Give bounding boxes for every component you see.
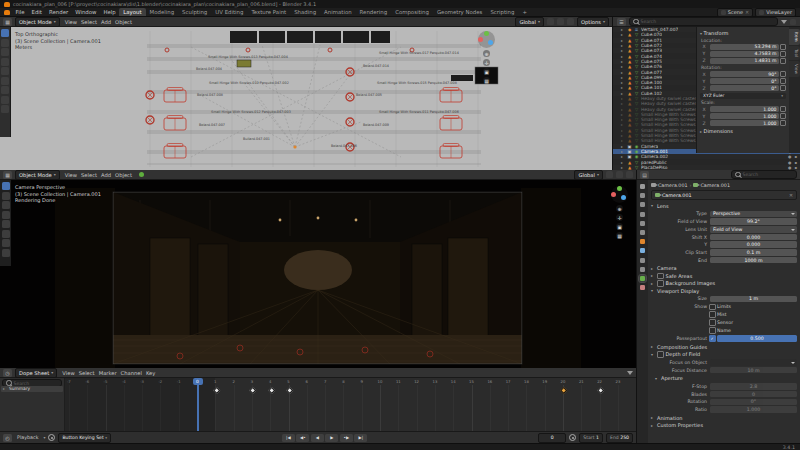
menu-key[interactable]: Key: [144, 370, 157, 376]
add-workspace-button[interactable]: +: [518, 8, 531, 16]
lens-type-dropdown[interactable]: Perspective: [710, 211, 797, 218]
n-panel-tab-item[interactable]: Item: [789, 29, 800, 45]
background-images-checkbox[interactable]: [657, 280, 664, 287]
current-frame-field[interactable]: 0: [538, 433, 566, 443]
overlays-icon[interactable]: [567, 18, 574, 25]
tool-button-0[interactable]: [1, 29, 9, 37]
lock-icon[interactable]: [780, 113, 786, 119]
blades-field[interactable]: 0: [710, 391, 797, 398]
workspace-tab-shading[interactable]: Shading: [290, 8, 320, 16]
rotation-z[interactable]: Z0°: [700, 85, 786, 91]
tool-button-8[interactable]: [1, 105, 9, 113]
lock-icon[interactable]: [780, 85, 786, 91]
axis-y-icon[interactable]: [617, 186, 622, 191]
lock-icon[interactable]: [780, 51, 786, 57]
axis-z-icon[interactable]: [488, 40, 493, 45]
menu-marker[interactable]: Marker: [97, 370, 119, 376]
menu-render[interactable]: Render: [45, 9, 71, 15]
viewport-display-panel-header[interactable]: ▾Viewport Display: [651, 287, 797, 295]
tool-button-1[interactable]: [1, 39, 9, 47]
menu-add[interactable]: Add: [99, 19, 113, 25]
tool-button-0[interactable]: [2, 182, 10, 190]
jump-start-button[interactable]: |◀: [282, 434, 295, 442]
axis-x-icon[interactable]: [478, 37, 483, 42]
tool-button-2[interactable]: [2, 201, 10, 209]
dof-panel-header[interactable]: ▾ Depth of Field: [651, 351, 797, 359]
rotation-field[interactable]: 0°: [710, 399, 797, 406]
name-checkbox[interactable]: [709, 327, 716, 334]
tool-button-5[interactable]: [2, 230, 10, 238]
axis-x-icon[interactable]: [611, 192, 616, 197]
clip-start-field[interactable]: 0.1 m: [710, 249, 797, 256]
lock-icon[interactable]: [780, 58, 786, 64]
focus-object-field[interactable]: [710, 359, 797, 366]
camera-panel-header[interactable]: ▸Camera: [651, 265, 797, 273]
auto-keying-toggle[interactable]: [48, 434, 55, 441]
menu-view[interactable]: View: [60, 370, 76, 376]
playback-menu[interactable]: Playback: [15, 435, 40, 440]
fstop-field[interactable]: 2.8: [710, 383, 797, 390]
dope-sheet-grid[interactable]: -7-6-5-4-3-2-101234567891011121314151617…: [65, 378, 636, 431]
prev-keyframe-button[interactable]: ◀•: [296, 434, 309, 442]
plan-nav-gizmo[interactable]: ⊕ ✛ ▣ ▦: [478, 31, 495, 84]
properties-tab-scene[interactable]: [639, 220, 646, 227]
properties-tab-constraints[interactable]: [639, 266, 646, 273]
jump-end-button[interactable]: ▶|: [354, 434, 367, 442]
menu-object[interactable]: Object: [113, 19, 134, 25]
workspace-tab-animation[interactable]: Animation: [320, 8, 355, 16]
transform-panel-title[interactable]: ▾ Transform: [700, 30, 786, 36]
fov-field[interactable]: 99.2°: [710, 218, 797, 225]
rotation-mode-dropdown[interactable]: XYZ Euler▾: [700, 93, 786, 99]
playhead[interactable]: 0: [197, 378, 199, 431]
zoom-icon[interactable]: ⊕: [483, 50, 490, 57]
focus-distance-field[interactable]: 10 m: [710, 367, 797, 374]
menu-help[interactable]: Help: [100, 9, 119, 15]
menu-add[interactable]: Add: [99, 172, 113, 178]
menu-select[interactable]: Select: [77, 370, 97, 376]
background-images-panel-header[interactable]: ▸ Background Images: [651, 280, 797, 288]
editor-type-icon[interactable]: ▦: [3, 18, 12, 26]
properties-tab-tool[interactable]: [639, 183, 646, 190]
lock-icon[interactable]: [780, 78, 786, 84]
move-view-icon[interactable]: ✛: [616, 214, 623, 221]
rotation-x[interactable]: X90°: [700, 71, 786, 77]
sensor-checkbox[interactable]: [709, 319, 716, 326]
n-panel-tab-tool[interactable]: Tool: [789, 46, 800, 60]
lock-icon[interactable]: [780, 71, 786, 77]
workspace-tab-geometry-nodes[interactable]: Geometry Nodes: [433, 8, 486, 16]
keyframe-diamond[interactable]: [267, 386, 275, 394]
menu-edit[interactable]: Edit: [28, 9, 45, 15]
options-dropdown[interactable]: Options▾: [577, 17, 609, 27]
properties-tab-material[interactable]: [639, 284, 646, 291]
move-view-icon[interactable]: ✛: [483, 59, 490, 66]
keyframe-diamond[interactable]: [560, 386, 568, 394]
ratio-field[interactable]: 1.000: [710, 406, 797, 413]
dimensions-panel[interactable]: ▸ Dimensions: [700, 128, 786, 134]
camera-origin-marker[interactable]: [293, 145, 296, 148]
view-layer-selector[interactable]: ViewLayer: [755, 8, 796, 17]
shift-y-field[interactable]: 0.000: [710, 241, 797, 248]
properties-tab-modifiers[interactable]: [639, 247, 646, 254]
lens-unit-dropdown[interactable]: Field of View: [710, 226, 797, 233]
workspace-tab-sculpting[interactable]: Sculpting: [178, 8, 211, 16]
menu-file[interactable]: File: [12, 9, 28, 15]
mode-selector[interactable]: Object Mode▾: [15, 17, 60, 27]
properties-tab-physics[interactable]: [639, 257, 646, 264]
animation-panel-header[interactable]: ▸Animation: [651, 414, 797, 422]
tool-button-7[interactable]: [1, 96, 9, 104]
lock-icon[interactable]: [780, 44, 786, 50]
outliner-search-input[interactable]: Search: [629, 17, 778, 26]
workspace-tab-texture-paint[interactable]: Texture Paint: [247, 8, 290, 16]
properties-editor-icon[interactable]: ▤: [640, 171, 649, 179]
toggle-ortho-icon[interactable]: ▦: [483, 77, 490, 84]
scale-z[interactable]: Z1.000: [700, 120, 786, 126]
tool-button-6[interactable]: [2, 239, 10, 247]
scene-selector[interactable]: Scene✕: [717, 8, 753, 17]
transform-orientation[interactable]: Global▾: [574, 170, 603, 180]
workspace-tab-scripting[interactable]: Scripting: [486, 8, 518, 16]
shading-solid-icon[interactable]: [616, 171, 623, 178]
keyframe-insert-icon[interactable]: [569, 434, 576, 441]
workspace-tab-uv-editing[interactable]: UV Editing: [211, 8, 247, 16]
menu-view[interactable]: View: [63, 19, 79, 25]
dope-sheet-mode-dropdown[interactable]: Dope Sheet▾: [15, 368, 57, 378]
